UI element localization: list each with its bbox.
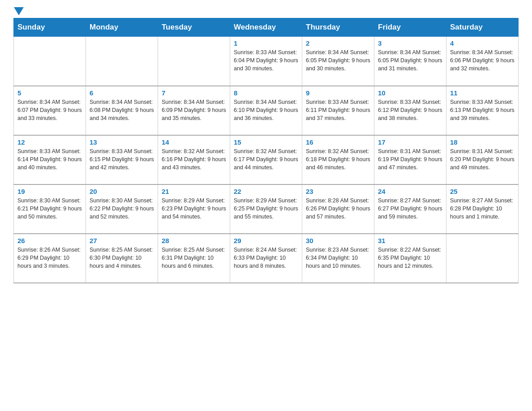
day-number: 1 (234, 39, 298, 47)
calendar-cell: 21Sunrise: 8:29 AM Sunset: 6:23 PM Dayli… (158, 184, 230, 234)
calendar-cell: 18Sunrise: 8:31 AM Sunset: 6:20 PM Dayli… (446, 135, 519, 184)
day-number: 28 (162, 237, 226, 244)
day-info: Sunrise: 8:27 AM Sunset: 6:28 PM Dayligh… (450, 197, 515, 221)
day-info: Sunrise: 8:34 AM Sunset: 6:09 PM Dayligh… (162, 98, 226, 122)
week-row-4: 19Sunrise: 8:30 AM Sunset: 6:21 PM Dayli… (14, 184, 519, 234)
logo (13, 9, 24, 13)
calendar-cell: 26Sunrise: 8:26 AM Sunset: 6:29 PM Dayli… (14, 234, 86, 283)
day-number: 23 (306, 188, 370, 195)
day-info: Sunrise: 8:34 AM Sunset: 6:08 PM Dayligh… (90, 98, 154, 122)
calendar-cell: 24Sunrise: 8:27 AM Sunset: 6:27 PM Dayli… (374, 184, 446, 234)
day-number: 3 (378, 39, 442, 47)
calendar-cell: 12Sunrise: 8:33 AM Sunset: 6:14 PM Dayli… (14, 135, 86, 184)
week-row-1: 1Sunrise: 8:33 AM Sunset: 6:04 PM Daylig… (14, 37, 519, 86)
day-info: Sunrise: 8:27 AM Sunset: 6:27 PM Dayligh… (378, 197, 442, 221)
calendar-cell: 28Sunrise: 8:25 AM Sunset: 6:31 PM Dayli… (158, 234, 230, 283)
day-info: Sunrise: 8:34 AM Sunset: 6:06 PM Dayligh… (450, 48, 515, 73)
week-row-5: 26Sunrise: 8:26 AM Sunset: 6:29 PM Dayli… (14, 234, 519, 283)
day-number: 17 (378, 138, 442, 146)
day-number: 10 (378, 89, 442, 97)
day-number: 15 (234, 138, 298, 146)
day-header-saturday: Saturday (446, 18, 519, 37)
day-info: Sunrise: 8:34 AM Sunset: 6:10 PM Dayligh… (234, 98, 298, 122)
day-info: Sunrise: 8:30 AM Sunset: 6:21 PM Dayligh… (17, 197, 82, 221)
day-info: Sunrise: 8:33 AM Sunset: 6:11 PM Dayligh… (306, 98, 370, 122)
day-header-tuesday: Tuesday (158, 18, 230, 37)
calendar-cell (158, 37, 230, 86)
day-info: Sunrise: 8:24 AM Sunset: 6:33 PM Dayligh… (234, 246, 298, 270)
day-number: 4 (450, 39, 515, 47)
day-number: 16 (306, 138, 370, 146)
day-info: Sunrise: 8:26 AM Sunset: 6:29 PM Dayligh… (17, 246, 82, 270)
day-number: 18 (450, 138, 515, 146)
calendar-cell: 13Sunrise: 8:33 AM Sunset: 6:15 PM Dayli… (86, 135, 158, 184)
calendar-cell: 6Sunrise: 8:34 AM Sunset: 6:08 PM Daylig… (86, 86, 158, 135)
day-info: Sunrise: 8:34 AM Sunset: 6:05 PM Dayligh… (306, 48, 370, 73)
day-number: 12 (17, 138, 82, 146)
svg-marker-0 (14, 7, 24, 15)
day-info: Sunrise: 8:33 AM Sunset: 6:15 PM Dayligh… (90, 147, 154, 171)
week-row-2: 5Sunrise: 8:34 AM Sunset: 6:07 PM Daylig… (14, 86, 519, 135)
day-header-friday: Friday (374, 18, 446, 37)
calendar-cell: 2Sunrise: 8:34 AM Sunset: 6:05 PM Daylig… (302, 37, 374, 86)
day-number: 31 (378, 237, 442, 244)
day-number: 6 (90, 89, 154, 97)
day-header-monday: Monday (86, 18, 158, 37)
page-header (13, 9, 519, 13)
calendar-cell: 3Sunrise: 8:34 AM Sunset: 6:05 PM Daylig… (374, 37, 446, 86)
day-info: Sunrise: 8:33 AM Sunset: 6:04 PM Dayligh… (234, 48, 298, 73)
day-info: Sunrise: 8:33 AM Sunset: 6:14 PM Dayligh… (17, 147, 82, 171)
day-number: 29 (234, 237, 298, 244)
calendar-cell: 31Sunrise: 8:22 AM Sunset: 6:35 PM Dayli… (374, 234, 446, 283)
day-number: 26 (17, 237, 82, 244)
day-info: Sunrise: 8:34 AM Sunset: 6:07 PM Dayligh… (17, 98, 82, 122)
day-info: Sunrise: 8:31 AM Sunset: 6:19 PM Dayligh… (378, 147, 442, 171)
day-header-thursday: Thursday (302, 18, 374, 37)
calendar-cell: 23Sunrise: 8:28 AM Sunset: 6:26 PM Dayli… (302, 184, 374, 234)
calendar-cell: 22Sunrise: 8:29 AM Sunset: 6:25 PM Dayli… (230, 184, 302, 234)
day-info: Sunrise: 8:33 AM Sunset: 6:13 PM Dayligh… (450, 98, 515, 122)
calendar-cell: 16Sunrise: 8:32 AM Sunset: 6:18 PM Dayli… (302, 135, 374, 184)
day-info: Sunrise: 8:23 AM Sunset: 6:34 PM Dayligh… (306, 246, 370, 270)
calendar-cell: 8Sunrise: 8:34 AM Sunset: 6:10 PM Daylig… (230, 86, 302, 135)
day-header-sunday: Sunday (14, 18, 86, 37)
day-info: Sunrise: 8:29 AM Sunset: 6:23 PM Dayligh… (162, 197, 226, 221)
calendar-cell: 30Sunrise: 8:23 AM Sunset: 6:34 PM Dayli… (302, 234, 374, 283)
day-number: 11 (450, 89, 515, 97)
calendar-table: SundayMondayTuesdayWednesdayThursdayFrid… (13, 18, 519, 283)
day-number: 22 (234, 188, 298, 195)
day-number: 20 (90, 188, 154, 195)
calendar-cell: 29Sunrise: 8:24 AM Sunset: 6:33 PM Dayli… (230, 234, 302, 283)
day-info: Sunrise: 8:25 AM Sunset: 6:31 PM Dayligh… (162, 246, 226, 270)
logo-triangle-icon (14, 7, 24, 15)
day-number: 9 (306, 89, 370, 97)
day-info: Sunrise: 8:32 AM Sunset: 6:16 PM Dayligh… (162, 147, 226, 171)
day-number: 7 (162, 89, 226, 97)
calendar-cell: 14Sunrise: 8:32 AM Sunset: 6:16 PM Dayli… (158, 135, 230, 184)
calendar-cell: 15Sunrise: 8:32 AM Sunset: 6:17 PM Dayli… (230, 135, 302, 184)
day-info: Sunrise: 8:33 AM Sunset: 6:12 PM Dayligh… (378, 98, 442, 122)
day-info: Sunrise: 8:22 AM Sunset: 6:35 PM Dayligh… (378, 246, 442, 270)
calendar-cell (14, 37, 86, 86)
calendar-cell: 5Sunrise: 8:34 AM Sunset: 6:07 PM Daylig… (14, 86, 86, 135)
day-number: 19 (17, 188, 82, 195)
day-number: 21 (162, 188, 226, 195)
week-row-3: 12Sunrise: 8:33 AM Sunset: 6:14 PM Dayli… (14, 135, 519, 184)
day-info: Sunrise: 8:31 AM Sunset: 6:20 PM Dayligh… (450, 147, 515, 171)
calendar-cell: 20Sunrise: 8:30 AM Sunset: 6:22 PM Dayli… (86, 184, 158, 234)
day-info: Sunrise: 8:32 AM Sunset: 6:17 PM Dayligh… (234, 147, 298, 171)
day-number: 27 (90, 237, 154, 244)
day-info: Sunrise: 8:25 AM Sunset: 6:30 PM Dayligh… (90, 246, 154, 270)
calendar-cell: 27Sunrise: 8:25 AM Sunset: 6:30 PM Dayli… (86, 234, 158, 283)
calendar-cell (446, 234, 519, 283)
calendar-cell: 1Sunrise: 8:33 AM Sunset: 6:04 PM Daylig… (230, 37, 302, 86)
day-header-wednesday: Wednesday (230, 18, 302, 37)
calendar-cell: 19Sunrise: 8:30 AM Sunset: 6:21 PM Dayli… (14, 184, 86, 234)
calendar-cell: 17Sunrise: 8:31 AM Sunset: 6:19 PM Dayli… (374, 135, 446, 184)
day-number: 14 (162, 138, 226, 146)
day-number: 8 (234, 89, 298, 97)
days-header-row: SundayMondayTuesdayWednesdayThursdayFrid… (14, 18, 519, 37)
calendar-cell: 4Sunrise: 8:34 AM Sunset: 6:06 PM Daylig… (446, 37, 519, 86)
calendar-cell: 7Sunrise: 8:34 AM Sunset: 6:09 PM Daylig… (158, 86, 230, 135)
day-info: Sunrise: 8:28 AM Sunset: 6:26 PM Dayligh… (306, 197, 370, 221)
